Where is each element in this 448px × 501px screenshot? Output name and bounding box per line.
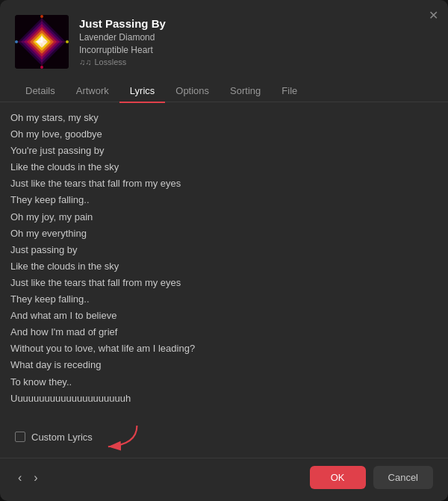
svg-point-12 [66, 40, 69, 43]
lyrics-line: Like the clouds in the sky [10, 258, 436, 275]
custom-lyrics-label: Custom Lyrics [31, 432, 93, 443]
lyrics-line: They keep falling.. [10, 192, 436, 208]
tab-lyrics[interactable]: Lyrics [119, 79, 165, 102]
ok-button[interactable]: OK [310, 466, 366, 489]
svg-point-11 [40, 15, 43, 18]
close-button[interactable]: ✕ [427, 9, 439, 21]
lyrics-line: Without you to love, what life am I lead… [10, 340, 436, 357]
action-buttons: OK Cancel [310, 466, 433, 489]
svg-point-13 [40, 66, 43, 69]
album-art [15, 15, 69, 69]
lyrics-line: Like the clouds in the sky [10, 159, 436, 175]
lyrics-line: They keep falling.. [10, 291, 436, 308]
quality-label: Lossless [95, 57, 127, 66]
lyrics-line: Uuuuuuuuuuuuuuuuuuuuuh [10, 407, 436, 408]
footer: ‹ › OK Cancel [0, 458, 448, 501]
lyrics-line: Just like the tears that fall from my ey… [10, 275, 436, 291]
tab-artwork[interactable]: Artwork [66, 79, 119, 102]
track-artist: Lavender Diamond [79, 32, 166, 43]
lyrics-line: What day is receding [10, 357, 436, 373]
lyrics-line: To know they.. [10, 374, 436, 390]
custom-lyrics-checkbox[interactable] [15, 432, 25, 442]
lyrics-line: Oh my everything [10, 225, 436, 242]
track-title: Just Passing By [79, 17, 166, 30]
lyrics-line: Oh my stars, my sky [10, 110, 436, 126]
lyrics-line: Oh my joy, my pain [10, 209, 436, 225]
track-quality: ♫♫ Lossless [79, 57, 166, 66]
dialog: ✕ [0, 0, 448, 501]
tab-file[interactable]: File [271, 79, 308, 102]
custom-lyrics-row: Custom Lyrics [0, 416, 448, 458]
next-button[interactable]: › [31, 470, 40, 486]
lyrics-line: Oh my love, goodbye [10, 126, 436, 143]
lyrics-scroll[interactable]: Oh my stars, my skyOh my love, goodbyeYo… [10, 110, 442, 408]
nav-buttons: ‹ › [15, 470, 41, 486]
tab-options[interactable]: Options [165, 79, 220, 102]
cancel-button[interactable]: Cancel [373, 466, 433, 489]
header: Just Passing By Lavender Diamond Incorru… [0, 0, 448, 69]
svg-point-14 [15, 40, 18, 43]
lyrics-line: Uuuuuuuuuuuuuuuuuuuuuh [10, 390, 436, 407]
red-arrow-indicator [99, 422, 143, 452]
tab-details[interactable]: Details [15, 79, 66, 102]
lyrics-line: Just passing by [10, 242, 436, 258]
track-album: Incorruptible Heart [79, 45, 166, 55]
track-info: Just Passing By Lavender Diamond Incorru… [79, 17, 166, 66]
lyrics-container: Oh my stars, my skyOh my love, goodbyeYo… [10, 110, 442, 408]
lyrics-line: And how I'm mad of grief [10, 324, 436, 340]
lyrics-line: Just like the tears that fall from my ey… [10, 175, 436, 192]
tab-sorting[interactable]: Sorting [220, 79, 271, 102]
prev-button[interactable]: ‹ [15, 470, 25, 486]
lyrics-line: You're just passing by [10, 143, 436, 159]
quality-icon: ♫♫ [79, 57, 92, 66]
lyrics-line: And what am I to believe [10, 308, 436, 324]
tabs: Details Artwork Lyrics Options Sorting F… [0, 69, 448, 102]
